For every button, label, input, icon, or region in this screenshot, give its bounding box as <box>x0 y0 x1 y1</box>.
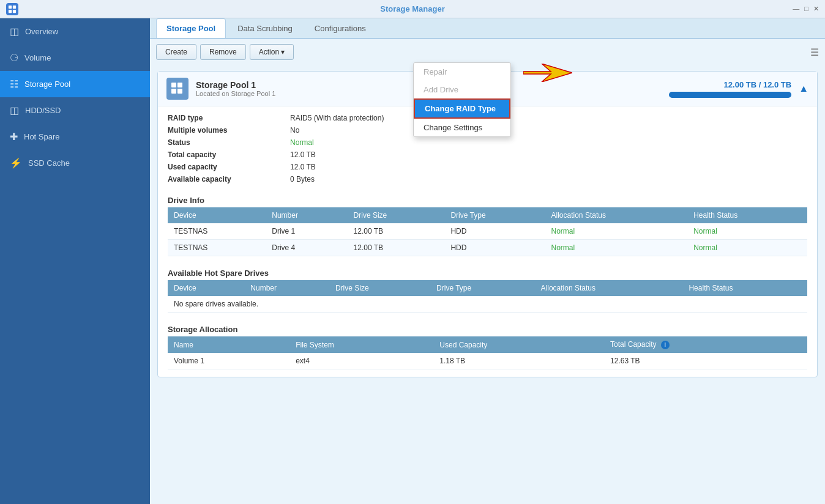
sidebar-item-label: Hot Spare <box>24 132 60 141</box>
sidebar-item-hot-spare[interactable]: ✚ Hot Spare <box>0 124 150 150</box>
multiple-volumes-label: Multiple volumes <box>168 126 278 135</box>
plus-square-icon: ✚ <box>10 131 18 143</box>
pool-title-block: Storage Pool 1 Located on Storage Pool 1 <box>196 80 275 97</box>
svg-rect-6 <box>177 83 182 87</box>
sidebar-item-label: HDD/SSD <box>25 106 61 115</box>
total-capacity-label: Total capacity <box>168 150 278 159</box>
action-dropdown: Repair Add Drive Change RAID Type Change… <box>413 62 511 137</box>
svg-rect-8 <box>177 89 182 94</box>
cell-device: TESTNAS <box>168 240 266 256</box>
grid-icon: ◫ <box>10 26 19 37</box>
storage-allocation-table: Name File System Used Capacity Total Cap… <box>168 336 807 369</box>
main-panel: Storage Pool Data Scrubbing Configuratio… <box>150 18 825 504</box>
table-row: No spare drives available. <box>168 296 807 313</box>
dropdown-change-settings[interactable]: Change Settings <box>414 119 510 136</box>
sidebar-item-label: Overview <box>25 27 58 36</box>
sidebar-item-label: SSD Cache <box>28 158 70 168</box>
sidebar-item-ssd-cache[interactable]: ⚡ SSD Cache <box>0 150 150 176</box>
tab-data-scrubbing[interactable]: Data Scrubbing <box>227 18 303 38</box>
svg-rect-7 <box>171 89 176 94</box>
cell-device: TESTNAS <box>168 223 266 240</box>
list-view-icon[interactable]: ☰ <box>810 46 819 58</box>
cell-size: 12.00 TB <box>348 223 445 240</box>
cell-health: Normal <box>687 240 807 256</box>
pool-capacity-text: 12.00 TB / 12.0 TB <box>669 80 791 89</box>
create-button[interactable]: Create <box>156 44 196 60</box>
sidebar-item-overview[interactable]: ◫ Overview <box>0 18 150 45</box>
action-label: Action ▾ <box>259 48 285 56</box>
used-capacity-label: Used capacity <box>168 163 278 171</box>
pool-subtitle: Located on Storage Pool 1 <box>196 90 275 97</box>
dropdown-repair[interactable]: Repair <box>414 63 510 81</box>
sidebar-item-storage-pool[interactable]: ☷ Storage Pool <box>0 71 150 97</box>
users-icon: ⚆ <box>10 52 18 64</box>
hs-col-device: Device <box>168 280 244 296</box>
table-row: TESTNAS Drive 1 12.00 TB HDD Normal Norm… <box>168 223 807 240</box>
col-allocation-status: Allocation Status <box>545 207 688 223</box>
sidebar: ◫ Overview ⚆ Volume ☷ Storage Pool ◫ HDD… <box>0 18 150 504</box>
table-row: Volume 1 ext4 1.18 TB 12.63 TB <box>168 353 807 369</box>
hs-col-allocation: Allocation Status <box>535 280 683 296</box>
titlebar-controls: — □ ✕ <box>793 5 819 13</box>
tab-configurations[interactable]: Configurations <box>304 18 376 38</box>
cell-total: 12.63 TB <box>604 353 807 369</box>
col-drive-type: Drive Type <box>444 207 545 223</box>
close-button[interactable]: ✕ <box>813 5 819 13</box>
pool-capacity: 12.00 TB / 12.0 TB <box>669 80 791 98</box>
table-row: TESTNAS Drive 4 12.00 TB HDD Normal Norm… <box>168 240 807 256</box>
available-capacity-value: 0 Bytes <box>290 175 807 183</box>
table-icon: ☷ <box>10 78 18 90</box>
hs-col-drive-type: Drive Type <box>430 280 535 296</box>
cell-name: Volume 1 <box>168 353 289 369</box>
cell-filesystem: ext4 <box>289 353 433 369</box>
hs-col-number: Number <box>244 280 329 296</box>
status-value: Normal <box>290 138 807 147</box>
svg-rect-3 <box>13 10 16 13</box>
hot-spare-section-title: Available Hot Spare Drives <box>158 264 817 280</box>
col-health-status: Health Status <box>687 207 807 223</box>
sidebar-item-label: Storage Pool <box>24 80 70 89</box>
remove-button[interactable]: Remove <box>200 44 246 60</box>
hot-spare-table-wrapper: Device Number Drive Size Drive Type Allo… <box>158 280 817 320</box>
cell-size: 12.00 TB <box>348 240 445 256</box>
monitor-icon: ◫ <box>10 105 19 116</box>
sa-col-filesystem: File System <box>289 336 433 353</box>
total-capacity-info-icon[interactable]: i <box>661 341 670 349</box>
drive-info-table-wrapper: Device Number Drive Size Drive Type Allo… <box>158 207 817 264</box>
cell-allocation: Normal <box>545 223 688 240</box>
titlebar: Storage Manager — □ ✕ <box>0 0 825 18</box>
available-capacity-label: Available capacity <box>168 175 278 183</box>
cell-health: Normal <box>687 223 807 240</box>
cell-allocation: Normal <box>545 240 688 256</box>
action-button[interactable]: Action ▾ <box>250 44 294 60</box>
sa-col-used: Used Capacity <box>433 336 604 353</box>
used-capacity-value: 12.0 TB <box>290 163 807 171</box>
restore-button[interactable]: □ <box>804 5 808 13</box>
cell-type: HDD <box>444 240 545 256</box>
drive-info-table: Device Number Drive Size Drive Type Allo… <box>168 207 807 256</box>
pool-icon <box>166 78 189 100</box>
sidebar-item-hdd-ssd[interactable]: ◫ HDD/SSD <box>0 97 150 124</box>
svg-rect-0 <box>9 6 12 9</box>
svg-rect-2 <box>9 10 12 13</box>
collapse-button[interactable]: ▲ <box>799 83 808 94</box>
hot-spare-table: Device Number Drive Size Drive Type Allo… <box>168 280 807 313</box>
dropdown-add-drive[interactable]: Add Drive <box>414 81 510 98</box>
tab-storage-pool[interactable]: Storage Pool <box>156 18 226 38</box>
sidebar-item-volume[interactable]: ⚆ Volume <box>0 45 150 71</box>
multiple-volumes-value: No <box>290 126 807 135</box>
cell-number: Drive 4 <box>266 240 347 256</box>
capacity-fill <box>669 92 791 98</box>
sa-col-total: Total Capacity i <box>604 336 807 353</box>
arrow-indicator <box>523 64 572 84</box>
raid-type-label: RAID type <box>168 114 278 122</box>
cell-used: 1.18 TB <box>433 353 604 369</box>
hs-col-drive-size: Drive Size <box>329 280 430 296</box>
col-number: Number <box>266 207 347 223</box>
svg-rect-1 <box>13 6 16 9</box>
app-icon <box>6 3 18 15</box>
minimize-button[interactable]: — <box>793 5 799 13</box>
sa-col-name: Name <box>168 336 289 353</box>
storage-allocation-table-wrapper: Name File System Used Capacity Total Cap… <box>158 336 817 377</box>
dropdown-change-raid-type[interactable]: Change RAID Type <box>414 98 510 119</box>
